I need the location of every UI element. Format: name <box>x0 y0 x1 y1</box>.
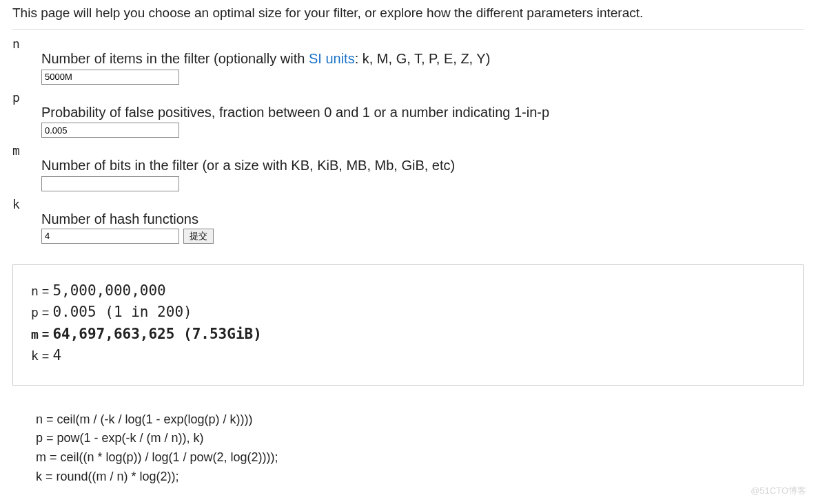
param-label-k: Number of hash functions <box>41 211 804 227</box>
formula-n: n = ceil(m / (-k / log(1 - exp(log(p) / … <box>36 410 804 430</box>
input-p[interactable] <box>41 123 179 138</box>
formula-k: k = round((m / n) * log(2)); <box>36 468 804 487</box>
result-k: k = 4 <box>31 345 785 367</box>
intro-text: This page will help you choose an optima… <box>12 6 804 21</box>
param-block-k: Number of hash functions 提交 <box>41 211 804 244</box>
param-block-m: Number of bits in the filter (or a size … <box>41 158 804 191</box>
input-k[interactable] <box>41 229 179 244</box>
param-var-m: m <box>12 143 804 158</box>
divider <box>12 29 804 30</box>
param-var-k: k <box>12 197 804 211</box>
param-label-n-post: : k, M, G, T, P, E, Z, Y) <box>355 51 491 66</box>
param-label-n-pre: Number of items in the filter (optionall… <box>41 51 309 66</box>
formulas-block: n = ceil(m / (-k / log(1 - exp(log(p) / … <box>12 410 804 487</box>
results-box: n = 5,000,000,000 p = 0.005 (1 in 200) m… <box>12 264 804 386</box>
param-var-n: n <box>12 36 804 51</box>
formula-p: p = pow(1 - exp(-k / (m / n)), k) <box>36 429 804 448</box>
param-block-p: Probability of false positives, fraction… <box>41 105 804 138</box>
param-label-m: Number of bits in the filter (or a size … <box>41 158 804 174</box>
param-block-n: Number of items in the filter (optionall… <box>41 51 804 85</box>
parameters-list: n Number of items in the filter (optiona… <box>12 36 804 244</box>
result-m: m = 64,697,663,625 (7.53GiB) <box>31 324 785 346</box>
submit-button[interactable]: 提交 <box>183 229 214 244</box>
formula-m: m = ceil((n * log(p)) / log(1 / pow(2, l… <box>36 448 804 468</box>
input-n[interactable] <box>41 70 179 85</box>
result-p: p = 0.005 (1 in 200) <box>31 302 785 324</box>
param-var-p: p <box>12 90 804 105</box>
param-label-p: Probability of false positives, fraction… <box>41 105 804 120</box>
si-units-link[interactable]: SI units <box>309 51 355 66</box>
param-label-n: Number of items in the filter (optionall… <box>41 51 804 67</box>
input-m[interactable] <box>41 176 179 191</box>
result-n: n = 5,000,000,000 <box>31 280 785 302</box>
